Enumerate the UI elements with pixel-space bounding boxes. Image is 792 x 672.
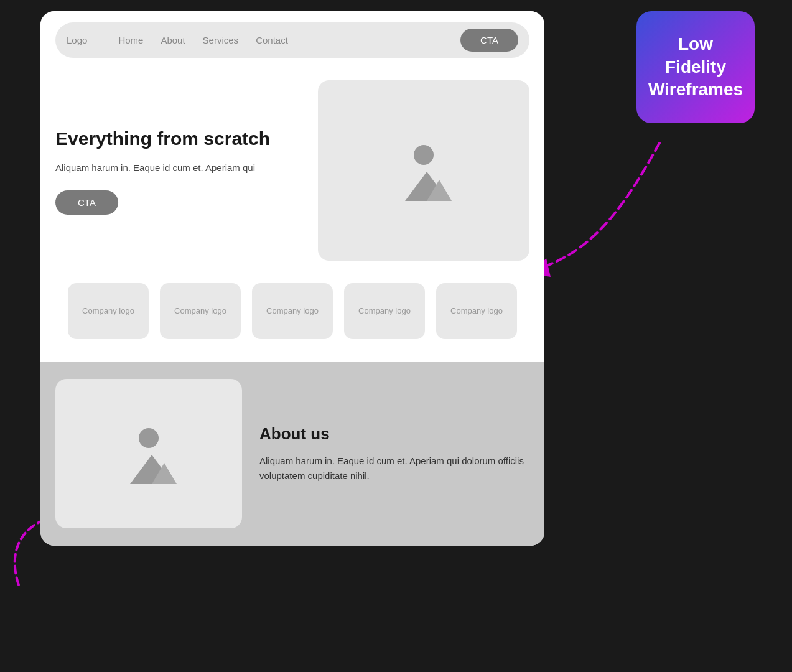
white-section: Logo Home About Services Contact CTA Eve…: [40, 11, 544, 362]
company-logo-5: Company logo: [436, 283, 517, 339]
about-mountain-icon: [127, 452, 170, 480]
about-text: About us Aliquam harum in. Eaque id cum …: [259, 424, 529, 483]
about-row: About us Aliquam harum in. Eaque id cum …: [55, 379, 529, 528]
badge-line1: Low Fidelity: [665, 34, 726, 76]
nav-link-about[interactable]: About: [161, 35, 185, 45]
hero-title: Everything from scratch: [55, 127, 299, 151]
hero-image-icon: [402, 145, 445, 197]
hero-image-placeholder: [318, 80, 529, 261]
company-logo-3: Company logo: [252, 283, 333, 339]
hero-text: Everything from scratch Aliquam harum in…: [55, 127, 299, 215]
person-head-icon: [414, 145, 434, 165]
lf-badge-text: Low Fidelity Wireframes: [648, 33, 743, 101]
nav-links: Home About Services Contact: [118, 35, 442, 45]
about-title: About us: [259, 424, 529, 444]
about-image-icon: [127, 428, 170, 480]
logos-row: Company logo Company logo Company logo C…: [55, 283, 529, 344]
about-image-placeholder: [55, 379, 242, 528]
nav-logo: Logo: [67, 35, 87, 45]
badge-line2: Wireframes: [648, 80, 743, 99]
lf-badge: Low Fidelity Wireframes: [636, 11, 755, 123]
hero-description: Aliquam harum in. Eaque id cum et. Aperi…: [55, 161, 299, 175]
company-logo-2: Company logo: [160, 283, 241, 339]
about-description: Aliquam harum in. Eaque id cum et. Aperi…: [259, 454, 529, 483]
lf-badge-container: Low Fidelity Wireframes: [630, 11, 755, 136]
gray-section: About us Aliquam harum in. Eaque id cum …: [40, 362, 544, 546]
company-logo-1: Company logo: [68, 283, 149, 339]
nav-link-contact[interactable]: Contact: [256, 35, 288, 45]
nav-link-services[interactable]: Services: [203, 35, 239, 45]
company-logo-4: Company logo: [344, 283, 425, 339]
navbar: Logo Home About Services Contact CTA: [55, 22, 529, 58]
about-person-head-icon: [139, 428, 159, 448]
wireframe-card: Logo Home About Services Contact CTA Eve…: [40, 11, 544, 546]
hero-section: Everything from scratch Aliquam harum in…: [55, 80, 529, 261]
nav-cta-button[interactable]: CTA: [460, 29, 518, 52]
mountain-icon: [402, 169, 445, 197]
hero-cta-button[interactable]: CTA: [55, 190, 118, 215]
nav-link-home[interactable]: Home: [118, 35, 143, 45]
